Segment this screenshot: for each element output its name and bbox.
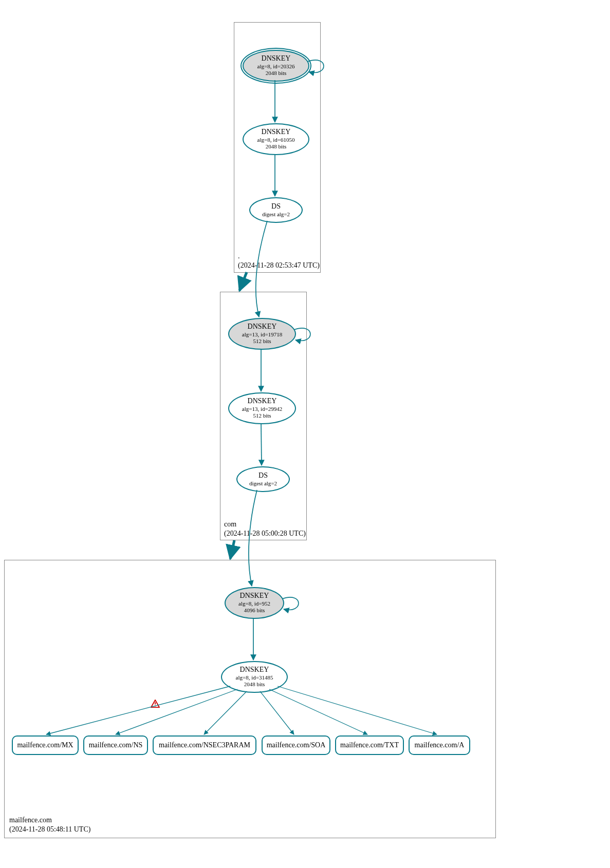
node-root-ksk-bits: 2048 bits <box>266 70 287 77</box>
zone-root-name: . <box>238 252 240 260</box>
node-mf-zsk-title: DNSKEY <box>240 666 269 674</box>
node-mf-ksk: DNSKEY alg=8, id=952 4096 bits <box>225 587 284 619</box>
node-root-zsk-alg: alg=8, id=61050 <box>257 137 295 143</box>
zone-com-label: com (2024-11-28 05:00:28 UTC) <box>224 520 306 538</box>
node-root-zsk-bits: 2048 bits <box>266 143 287 150</box>
zone-mailfence-name: mailfence.com <box>9 816 52 824</box>
svg-point-2 <box>155 705 156 706</box>
record-a: mailfence.com/A <box>409 735 470 755</box>
node-mf-zsk-alg: alg=8, id=31485 <box>236 674 273 681</box>
node-mf-zsk: DNSKEY alg=8, id=31485 2048 bits <box>221 661 288 693</box>
node-root-ds-title: DS <box>271 202 281 211</box>
node-root-ds-alg: digest alg=2 <box>262 211 290 218</box>
zone-mailfence-timestamp: (2024-11-28 05:48:11 UTC) <box>9 825 90 833</box>
record-mx: mailfence.com/MX <box>12 735 79 755</box>
node-root-zsk-title: DNSKEY <box>262 128 291 137</box>
node-com-zsk-bits: 512 bits <box>253 412 271 419</box>
node-com-ksk: DNSKEY alg=13, id=19718 512 bits <box>228 318 296 350</box>
zone-root-label: . (2024-11-28 02:53:47 UTC) <box>238 252 320 270</box>
record-nsec3param: mailfence.com/NSEC3PARAM <box>153 735 256 755</box>
node-mf-zsk-bits: 2048 bits <box>244 681 265 688</box>
node-com-zsk: DNSKEY alg=13, id=29942 512 bits <box>228 392 296 424</box>
node-mf-ksk-alg: alg=8, id=952 <box>238 600 270 607</box>
node-com-ds-alg: digest alg=2 <box>249 480 277 487</box>
zone-com-timestamp: (2024-11-28 05:00:28 UTC) <box>224 530 306 537</box>
record-ns: mailfence.com/NS <box>83 735 148 755</box>
node-root-ksk: DNSKEY alg=8, id=20326 2048 bits <box>243 50 309 82</box>
zone-mailfence-label: mailfence.com (2024-11-28 05:48:11 UTC) <box>9 816 90 834</box>
warning-icon <box>151 700 160 708</box>
node-com-zsk-title: DNSKEY <box>248 397 277 406</box>
node-com-ds: DS digest alg=2 <box>236 466 290 492</box>
record-txt: mailfence.com/TXT <box>335 735 404 755</box>
node-root-ksk-alg: alg=8, id=20326 <box>257 63 295 70</box>
node-root-ksk-title: DNSKEY <box>262 54 291 63</box>
node-com-zsk-alg: alg=13, id=29942 <box>242 406 282 412</box>
node-com-ksk-bits: 512 bits <box>253 338 271 345</box>
zone-com-name: com <box>224 520 236 528</box>
node-root-zsk: DNSKEY alg=8, id=61050 2048 bits <box>243 123 309 155</box>
record-soa: mailfence.com/SOA <box>262 735 330 755</box>
node-mf-ksk-title: DNSKEY <box>240 592 269 600</box>
node-com-ksk-alg: alg=13, id=19718 <box>242 331 282 338</box>
node-com-ksk-title: DNSKEY <box>248 323 277 331</box>
zone-root-timestamp: (2024-11-28 02:53:47 UTC) <box>238 261 320 269</box>
node-com-ds-title: DS <box>258 471 268 480</box>
node-mf-ksk-bits: 4096 bits <box>244 607 265 614</box>
node-root-ds: DS digest alg=2 <box>249 197 303 223</box>
